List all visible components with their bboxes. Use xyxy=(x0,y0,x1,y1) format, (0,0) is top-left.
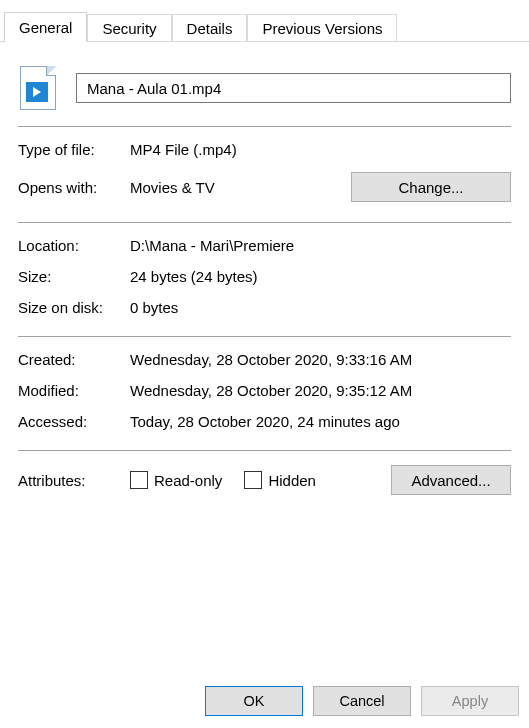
modified-value: Wednesday, 28 October 2020, 9:35:12 AM xyxy=(130,382,511,399)
attributes-label: Attributes: xyxy=(18,472,130,489)
type-of-file-label: Type of file: xyxy=(18,141,130,158)
type-of-file-value: MP4 File (.mp4) xyxy=(130,141,511,158)
file-type-icon xyxy=(18,64,58,112)
accessed-value: Today, 28 October 2020, 24 minutes ago xyxy=(130,413,511,430)
tab-security[interactable]: Security xyxy=(87,14,171,42)
separator xyxy=(18,126,511,127)
filename-value: Mana - Aula 01.mp4 xyxy=(87,80,221,97)
change-button[interactable]: Change... xyxy=(351,172,511,202)
checkbox-box-icon xyxy=(244,471,262,489)
tab-label: Details xyxy=(187,20,233,37)
play-icon xyxy=(26,82,48,102)
created-label: Created: xyxy=(18,351,130,368)
checkbox-box-icon xyxy=(130,471,148,489)
opens-with-value: Movies & TV xyxy=(130,179,215,196)
advanced-button[interactable]: Advanced... xyxy=(391,465,511,495)
tab-strip: General Security Details Previous Versio… xyxy=(0,0,529,42)
tab-label: Previous Versions xyxy=(262,20,382,37)
ok-button[interactable]: OK xyxy=(205,686,303,716)
readonly-label: Read-only xyxy=(154,472,222,489)
separator xyxy=(18,222,511,223)
apply-button: Apply xyxy=(421,686,519,716)
created-value: Wednesday, 28 October 2020, 9:33:16 AM xyxy=(130,351,511,368)
tab-details[interactable]: Details xyxy=(172,14,248,42)
size-on-disk-label: Size on disk: xyxy=(18,299,130,316)
tab-label: General xyxy=(19,19,72,36)
accessed-label: Accessed: xyxy=(18,413,130,430)
separator xyxy=(18,450,511,451)
modified-label: Modified: xyxy=(18,382,130,399)
dialog-footer: OK Cancel Apply xyxy=(0,674,529,728)
separator xyxy=(18,336,511,337)
tab-previous-versions[interactable]: Previous Versions xyxy=(247,14,397,42)
filename-input[interactable]: Mana - Aula 01.mp4 xyxy=(76,73,511,103)
location-label: Location: xyxy=(18,237,130,254)
size-label: Size: xyxy=(18,268,130,285)
tab-label: Security xyxy=(102,20,156,37)
tab-panel-general: Mana - Aula 01.mp4 Type of file: MP4 Fil… xyxy=(0,42,529,674)
tab-general[interactable]: General xyxy=(4,12,87,42)
hidden-checkbox[interactable]: Hidden xyxy=(244,471,316,489)
hidden-label: Hidden xyxy=(268,472,316,489)
readonly-checkbox[interactable]: Read-only xyxy=(130,471,222,489)
location-value: D:\Mana - Mari\Premiere xyxy=(130,237,511,254)
size-value: 24 bytes (24 bytes) xyxy=(130,268,511,285)
cancel-button[interactable]: Cancel xyxy=(313,686,411,716)
size-on-disk-value: 0 bytes xyxy=(130,299,511,316)
opens-with-label: Opens with: xyxy=(18,179,130,196)
